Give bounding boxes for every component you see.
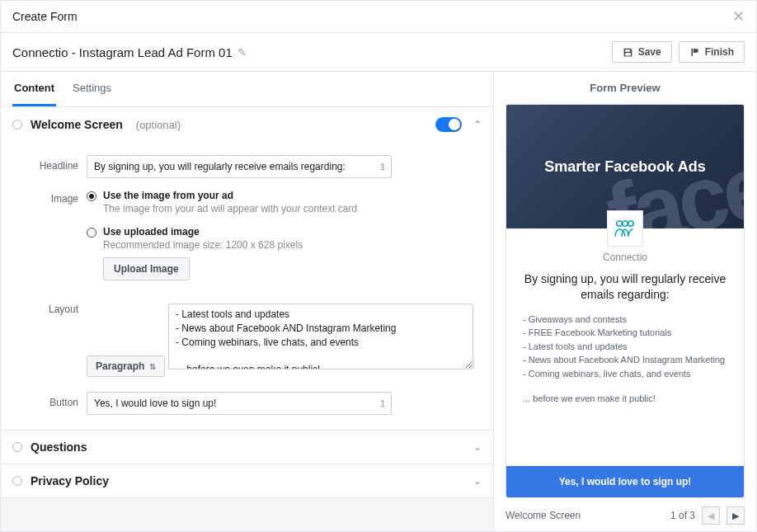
- status-circle-icon: [12, 120, 22, 129]
- layout-select[interactable]: Paragraph ⇅: [87, 355, 165, 377]
- tab-content[interactable]: Content: [12, 72, 56, 106]
- panel-welcome-body: Headline 1 Image: [1, 142, 493, 430]
- button-input[interactable]: [87, 392, 392, 415]
- header-bar: Connectio - Instagram Lead Ad Form 01 ✎ …: [1, 33, 756, 72]
- button-label: Button: [31, 392, 87, 408]
- left-scroll[interactable]: Welcome Screen (optional) ⌃ Headline: [1, 107, 493, 531]
- preview-frame: face Smarter Facebook Ads Connectio By: [505, 104, 745, 498]
- layout-value: Paragraph: [96, 360, 144, 372]
- layout-label: Layout: [31, 299, 87, 315]
- headline-input[interactable]: [87, 155, 392, 178]
- svg-point-1: [623, 221, 628, 226]
- brand-logo-icon: [614, 219, 637, 238]
- avatar: [607, 210, 643, 247]
- sort-icon: ⇅: [149, 362, 156, 371]
- svg-point-0: [617, 221, 622, 226]
- modal-titlebar: Create Form ✕: [1, 1, 756, 33]
- preview-title: Form Preview: [494, 72, 756, 104]
- tabs: Content Settings: [1, 72, 493, 107]
- preview-cta-button[interactable]: Yes, I would love to sign up!: [506, 466, 744, 497]
- modal-body: Content Settings Welcome Screen (optiona…: [1, 72, 756, 531]
- create-form-modal: Create Form ✕ Connectio - Instagram Lead…: [0, 0, 757, 532]
- hero-text: Smarter Facebook Ads: [544, 158, 705, 176]
- form-name[interactable]: Connectio - Instagram Lead Ad Form 01 ✎: [12, 45, 247, 59]
- headline-counter: 1: [380, 162, 385, 172]
- panel-privacy-header[interactable]: Privacy Policy ⌄: [1, 464, 493, 497]
- save-button[interactable]: Save: [612, 41, 672, 63]
- panel-welcome-header[interactable]: Welcome Screen (optional) ⌃: [1, 107, 493, 142]
- preview-tagline: ... before we even make it public!: [506, 385, 744, 407]
- panel-privacy: Privacy Policy ⌄: [1, 464, 493, 498]
- radio-icon: [87, 191, 96, 201]
- pager-position: 1 of 3: [670, 510, 695, 521]
- modal-title: Create Form: [12, 10, 78, 23]
- pager-prev-button[interactable]: ◀: [702, 506, 720, 525]
- panel-questions: Questions ⌄: [1, 431, 493, 464]
- preview-pager: Welcome Screen 1 of 3 ◀ ▶: [494, 498, 756, 531]
- status-circle-icon: [12, 476, 22, 486]
- list-item: - FREE Facebook Marketing tutorials: [523, 326, 727, 340]
- pencil-icon[interactable]: ✎: [237, 46, 247, 59]
- chevron-up-icon: ⌃: [473, 119, 482, 130]
- preview-headline: By signing up, you will regularly receiv…: [506, 263, 744, 308]
- image-label: Image: [31, 188, 87, 205]
- panel-welcome: Welcome Screen (optional) ⌃ Headline: [1, 107, 493, 431]
- welcome-toggle[interactable]: [435, 117, 462, 132]
- radio-use-ad-image[interactable]: Use the image from your ad The image fro…: [87, 190, 482, 214]
- list-item: - News about Facebook AND Instagram Mark…: [523, 353, 727, 367]
- panel-questions-title: Questions: [31, 440, 87, 454]
- radio-icon: [87, 228, 96, 238]
- list-item: - Coming webinars, live chats, and event…: [523, 367, 727, 381]
- radio-ad-help: The image from your ad will appear with …: [103, 203, 357, 214]
- chevron-down-icon: ⌄: [473, 441, 482, 453]
- field-button: Button 1: [31, 392, 482, 415]
- radio-upload-label: Use uploaded image: [103, 226, 303, 238]
- pager-next-button[interactable]: ▶: [726, 506, 745, 525]
- panel-welcome-title: Welcome Screen: [31, 118, 123, 131]
- svg-point-2: [628, 221, 633, 226]
- headline-label: Headline: [31, 155, 87, 172]
- tab-settings[interactable]: Settings: [71, 72, 113, 106]
- brand-name: Connectio: [506, 252, 744, 263]
- chevron-down-icon: ⌄: [473, 475, 482, 487]
- finish-icon: [689, 47, 700, 58]
- field-headline: Headline 1: [31, 155, 482, 178]
- avatar-wrap: [506, 210, 744, 247]
- radio-ad-label: Use the image from your ad: [103, 190, 357, 201]
- button-counter: 1: [380, 398, 385, 408]
- list-item: - Latest tools and updates: [523, 340, 727, 354]
- panel-questions-header[interactable]: Questions ⌄: [1, 431, 493, 464]
- panel-welcome-subtitle: (optional): [136, 119, 181, 131]
- upload-image-button[interactable]: Upload Image: [103, 257, 190, 280]
- header-actions: Save Finish: [612, 41, 745, 63]
- finish-label: Finish: [705, 46, 734, 58]
- status-circle-icon: [12, 442, 22, 452]
- save-label: Save: [638, 46, 661, 58]
- pager-label: Welcome Screen: [505, 510, 581, 521]
- left-column: Content Settings Welcome Screen (optiona…: [1, 72, 494, 531]
- panel-privacy-title: Privacy Policy: [31, 474, 109, 487]
- field-image: Image Use the image from your ad The ima…: [31, 188, 482, 280]
- layout-textarea[interactable]: [168, 304, 473, 370]
- radio-upload-help: Recommended image size: 1200 x 628 pixel…: [103, 239, 303, 251]
- radio-use-uploaded-image[interactable]: Use uploaded image Recommended image siz…: [87, 226, 482, 280]
- form-preview-panel: Form Preview face Smarter Facebook Ads: [494, 72, 756, 531]
- field-layout: Layout Paragraph ⇅: [31, 299, 482, 377]
- list-item: - Giveaways and contests: [523, 313, 727, 327]
- save-icon: [623, 47, 633, 58]
- close-icon[interactable]: ✕: [732, 9, 745, 24]
- preview-bullets: - Giveaways and contests - FREE Facebook…: [506, 308, 744, 386]
- form-name-text: Connectio - Instagram Lead Ad Form 01: [12, 45, 233, 59]
- finish-button[interactable]: Finish: [679, 41, 745, 63]
